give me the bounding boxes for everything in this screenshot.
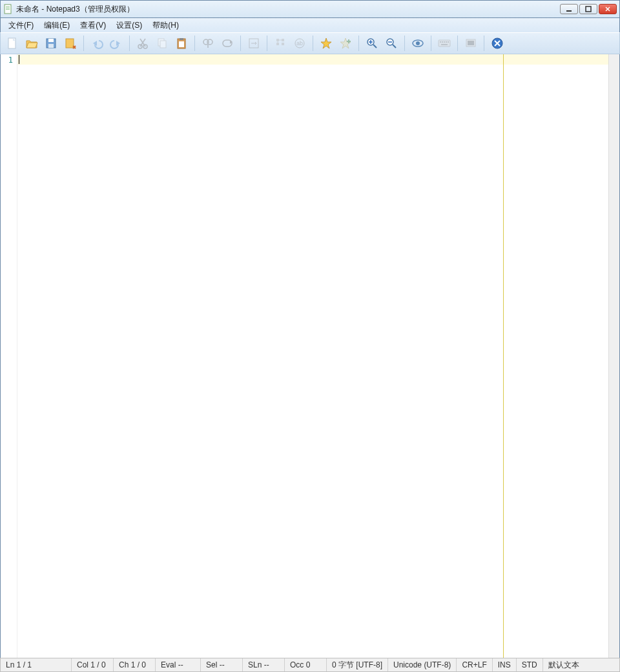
toolbar-separator: [267, 36, 267, 51]
save-button[interactable]: [42, 34, 60, 52]
status-lexer[interactable]: 默认文本: [543, 658, 619, 671]
exit-icon: [491, 37, 504, 50]
menu-file[interactable]: 文件(F): [3, 19, 39, 32]
text-cursor: [19, 55, 19, 64]
line-number: 1: [1, 56, 13, 65]
long-line-margin: [503, 54, 504, 658]
menu-view[interactable]: 查看(V): [75, 19, 111, 32]
svg-rect-52: [439, 40, 450, 47]
svg-rect-2: [6, 8, 10, 8]
zoom-in-icon: [366, 37, 378, 50]
redo-button[interactable]: [107, 34, 125, 52]
open-button[interactable]: [23, 34, 41, 52]
add-favorite-button[interactable]: [336, 34, 355, 52]
toolbar-separator: [129, 36, 130, 51]
toolbar-separator: [358, 36, 359, 51]
svg-rect-1: [6, 6, 10, 7]
status-ins[interactable]: INS: [493, 658, 517, 671]
statusbar: Ln 1 / 1 Col 1 / 0 Ch 1 / 0 Eval -- Sel …: [0, 658, 620, 672]
svg-line-48: [393, 45, 396, 48]
undo-button[interactable]: [88, 34, 106, 52]
status-encoding[interactable]: Unicode (UTF-8): [388, 658, 457, 671]
find-button[interactable]: [199, 34, 217, 52]
menu-help[interactable]: 帮助(H): [147, 19, 184, 32]
toolbar-separator: [457, 36, 458, 51]
titlebar[interactable]: 未命名 - Notepad3（管理员权限）: [0, 0, 620, 18]
run-icon: [464, 37, 477, 50]
copy-button[interactable]: [153, 34, 171, 52]
svg-point-26: [207, 39, 212, 45]
svg-rect-11: [48, 39, 54, 42]
menubar: 文件(F) 编辑(E) 查看(V) 设置(S) 帮助(H): [0, 18, 620, 32]
wordwrap-button[interactable]: [245, 34, 263, 52]
toolbar-separator: [404, 36, 405, 51]
status-sln[interactable]: SLn --: [243, 658, 285, 671]
paste-button[interactable]: [172, 34, 191, 52]
status-col[interactable]: Col 1 / 0: [72, 658, 114, 671]
svg-rect-57: [448, 41, 449, 43]
svg-rect-53: [440, 41, 441, 43]
zoom-in-button[interactable]: [363, 34, 381, 52]
maximize-button[interactable]: [579, 4, 597, 14]
status-line[interactable]: Ln 1 / 1: [1, 658, 72, 671]
keyboard-icon: [437, 37, 451, 50]
svg-rect-13: [66, 39, 74, 48]
minimize-button[interactable]: [560, 4, 578, 14]
revert-icon: [64, 37, 77, 50]
text-editor[interactable]: [17, 54, 619, 658]
svg-text:ab: ab: [296, 40, 303, 47]
keyboard-button[interactable]: [435, 34, 453, 52]
new-file-icon: [6, 37, 19, 50]
toolbar-separator: [240, 36, 241, 51]
revert-button[interactable]: [61, 34, 79, 52]
cut-icon: [136, 37, 149, 50]
status-eol[interactable]: CR+LF: [457, 658, 492, 671]
svg-rect-32: [276, 43, 279, 45]
zoom-out-button[interactable]: [382, 34, 400, 52]
svg-rect-23: [180, 38, 183, 40]
toolbar-separator: [313, 36, 313, 51]
status-bytes[interactable]: 0 字节 [UTF-8]: [327, 658, 388, 671]
menu-edit[interactable]: 编辑(E): [39, 19, 75, 32]
scheme-button[interactable]: [409, 34, 427, 52]
status-eval[interactable]: Eval --: [156, 658, 201, 671]
app-icon: [3, 4, 14, 14]
run-button[interactable]: [462, 34, 480, 52]
eye-icon: [411, 37, 425, 50]
chars-button[interactable]: ab: [291, 34, 309, 52]
svg-rect-33: [282, 39, 284, 41]
favorite-icon: [320, 37, 333, 50]
svg-rect-21: [160, 41, 166, 48]
guides-button[interactable]: [271, 34, 289, 52]
status-occ[interactable]: Occ 0: [285, 658, 327, 671]
current-line-highlight: [17, 54, 619, 65]
wordwrap-icon: [247, 37, 260, 50]
svg-rect-34: [282, 43, 284, 45]
app-window: 未命名 - Notepad3（管理员权限） 文件(F) 编辑(E) 查看(V) …: [0, 0, 620, 672]
window-title: 未命名 - Notepad3（管理员权限）: [16, 4, 560, 15]
svg-marker-39: [321, 38, 331, 48]
new-file-button[interactable]: [3, 34, 21, 52]
vertical-scrollbar[interactable]: [608, 54, 619, 658]
copy-icon: [156, 37, 169, 50]
status-std[interactable]: STD: [517, 658, 543, 671]
replace-button[interactable]: [218, 34, 236, 52]
svg-rect-12: [48, 44, 54, 48]
svg-rect-56: [446, 41, 447, 43]
toolbar-separator: [484, 36, 484, 51]
save-icon: [45, 37, 57, 50]
close-button[interactable]: [599, 4, 617, 14]
svg-rect-5: [586, 6, 591, 12]
toolbar-separator: [194, 36, 195, 51]
status-ch[interactable]: Ch 1 / 0: [114, 658, 156, 671]
menu-settings[interactable]: 设置(S): [111, 19, 147, 32]
exit-button[interactable]: [488, 34, 506, 52]
open-folder-icon: [25, 37, 38, 50]
replace-icon: [221, 37, 234, 50]
cut-button[interactable]: [134, 34, 152, 52]
svg-rect-60: [468, 41, 474, 45]
status-sel[interactable]: Sel --: [201, 658, 243, 671]
svg-rect-3: [6, 9, 10, 10]
line-gutter[interactable]: 1: [1, 54, 17, 658]
favorite-button[interactable]: [317, 34, 335, 52]
